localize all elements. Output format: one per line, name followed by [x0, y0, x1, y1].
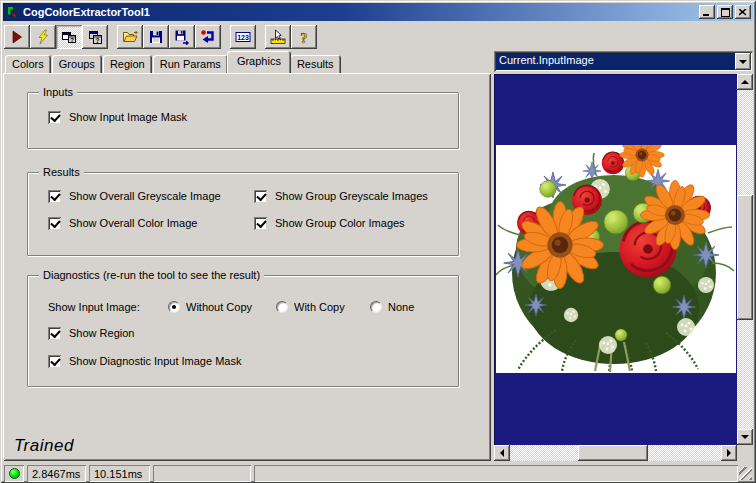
floating-results-window-button[interactable]: ?: [56, 25, 82, 49]
svg-text:?: ?: [70, 37, 74, 43]
tab-control: Colors Groups Region Run Params Graphics…: [3, 51, 491, 461]
bouquet-illustration: [496, 145, 736, 373]
show-region-checkbox[interactable]: [48, 327, 61, 340]
toolbar: ? ?: [3, 23, 753, 51]
scroll-left-button[interactable]: [494, 445, 510, 461]
toolbar-group-params: 123: [230, 25, 256, 49]
reset-button[interactable]: [195, 25, 221, 49]
arrow-left-icon: [500, 449, 504, 457]
with-copy-radio-item[interactable]: With Copy: [276, 300, 345, 314]
maximize-button[interactable]: [717, 5, 733, 19]
without-copy-radio[interactable]: [168, 301, 180, 313]
vertical-scrollbar[interactable]: [737, 74, 753, 445]
total-time-panel: 10.151ms: [89, 465, 150, 482]
combo-dropdown-button[interactable]: [735, 53, 751, 70]
image-display-area: [494, 74, 753, 461]
show-overall-color-checkbox[interactable]: [48, 217, 61, 230]
window-title: CogColorExtractorTool1: [23, 6, 697, 18]
image-selector-value: Current.InputImage: [496, 53, 735, 70]
show-input-image-mask-checkbox[interactable]: [48, 111, 61, 124]
chevron-down-icon: [739, 60, 747, 64]
toolbar-group-run: ? ?: [4, 25, 108, 49]
save-icon: [148, 29, 164, 45]
show-region-label: Show Region: [69, 327, 134, 339]
title-bar[interactable]: CogColorExtractorTool1: [3, 3, 753, 21]
maximize-icon: [721, 8, 730, 17]
horizontal-scroll-thumb[interactable]: [578, 445, 648, 461]
inputs-legend: Inputs: [39, 86, 77, 98]
show-group-color-checkbox[interactable]: [254, 217, 267, 230]
without-copy-radio-item[interactable]: Without Copy: [168, 300, 252, 314]
results-legend: Results: [39, 166, 84, 178]
run-button[interactable]: [4, 25, 30, 49]
floating-all-results-window-button[interactable]: ?: [82, 25, 108, 49]
pointer-ruler-button[interactable]: [265, 25, 291, 49]
main-area: Colors Groups Region Run Params Graphics…: [3, 51, 753, 461]
tool-app-icon: [5, 5, 19, 19]
with-copy-radio[interactable]: [276, 301, 288, 313]
image-viewer: Current.InputImage: [494, 51, 753, 461]
status-empty-panel-2: [254, 465, 738, 482]
show-input-image-label-row: Show Input Image:: [48, 300, 140, 314]
show-input-image-mask-label: Show Input Image Mask: [69, 111, 187, 123]
diagnostics-legend: Diagnostics (re-run the tool to see the …: [39, 269, 264, 281]
image-canvas: [494, 74, 737, 445]
show-overall-color-label: Show Overall Color Image: [69, 217, 197, 229]
show-group-greyscale-label: Show Group Greyscale Images: [275, 190, 428, 202]
show-input-image-label: Show Input Image:: [48, 301, 140, 313]
svg-text:?: ?: [301, 31, 308, 46]
scrollbar-corner: [737, 445, 753, 461]
show-group-greyscale-row[interactable]: Show Group Greyscale Images: [254, 189, 428, 203]
show-diagnostic-mask-checkbox[interactable]: [48, 355, 61, 368]
with-copy-label: With Copy: [294, 301, 345, 313]
current-params-button[interactable]: 123: [230, 25, 256, 49]
show-overall-color-row[interactable]: Show Overall Color Image: [48, 216, 197, 230]
show-group-color-row[interactable]: Show Group Color Images: [254, 216, 405, 230]
show-group-greyscale-checkbox[interactable]: [254, 190, 267, 203]
run-time-panel: 2.8467ms: [27, 465, 86, 482]
resize-grip[interactable]: [739, 467, 752, 480]
pointer-ruler-icon: [270, 29, 286, 45]
minimize-button[interactable]: [699, 5, 715, 19]
image-selector-combobox[interactable]: Current.InputImage: [494, 51, 753, 72]
tab-colors[interactable]: Colors: [5, 55, 51, 73]
inputs-groupbox: Inputs Show Input Image Mask: [27, 92, 459, 149]
open-icon: [122, 29, 138, 45]
cog-color-extractor-window: CogColorExtractorTool1 ?: [0, 0, 756, 483]
show-input-image-mask-row[interactable]: Show Input Image Mask: [48, 110, 187, 124]
electric-run-icon: [35, 29, 51, 45]
svg-text:?: ?: [96, 37, 100, 44]
none-radio-item[interactable]: None: [370, 300, 414, 314]
save-as-button[interactable]: [169, 25, 195, 49]
electric-run-button[interactable]: [30, 25, 56, 49]
horizontal-scrollbar[interactable]: [494, 445, 737, 461]
arrow-right-icon: [727, 449, 731, 457]
close-icon: [739, 9, 747, 16]
open-button[interactable]: [117, 25, 143, 49]
tab-region[interactable]: Region: [103, 55, 152, 73]
close-button[interactable]: [735, 5, 751, 19]
scroll-down-button[interactable]: [737, 429, 753, 445]
show-diagnostic-mask-row[interactable]: Show Diagnostic Input Image Mask: [48, 354, 241, 368]
vertical-scroll-thumb[interactable]: [737, 195, 753, 320]
save-button[interactable]: [143, 25, 169, 49]
none-radio[interactable]: [370, 301, 382, 313]
floating-results-window-icon: ?: [61, 29, 77, 45]
tab-run-params[interactable]: Run Params: [153, 55, 228, 73]
show-overall-greyscale-checkbox[interactable]: [48, 190, 61, 203]
minimize-icon: [703, 8, 711, 16]
save-as-icon: [174, 29, 190, 45]
arrow-up-icon: [741, 80, 749, 84]
show-region-row[interactable]: Show Region: [48, 326, 134, 340]
help-button[interactable]: ?: [291, 25, 317, 49]
show-overall-greyscale-row[interactable]: Show Overall Greyscale Image: [48, 189, 221, 203]
show-group-color-label: Show Group Color Images: [275, 217, 405, 229]
status-bar: 2.8467ms 10.151ms: [3, 463, 753, 482]
tab-results[interactable]: Results: [290, 55, 341, 73]
scroll-up-button[interactable]: [737, 74, 753, 90]
scroll-right-button[interactable]: [721, 445, 737, 461]
tab-graphics[interactable]: Graphics: [227, 51, 291, 73]
results-groupbox: Results Show Overall Greyscale Image Sho…: [27, 172, 459, 256]
diagnostics-groupbox: Diagnostics (re-run the tool to see the …: [27, 275, 459, 387]
tab-groups[interactable]: Groups: [52, 55, 102, 73]
